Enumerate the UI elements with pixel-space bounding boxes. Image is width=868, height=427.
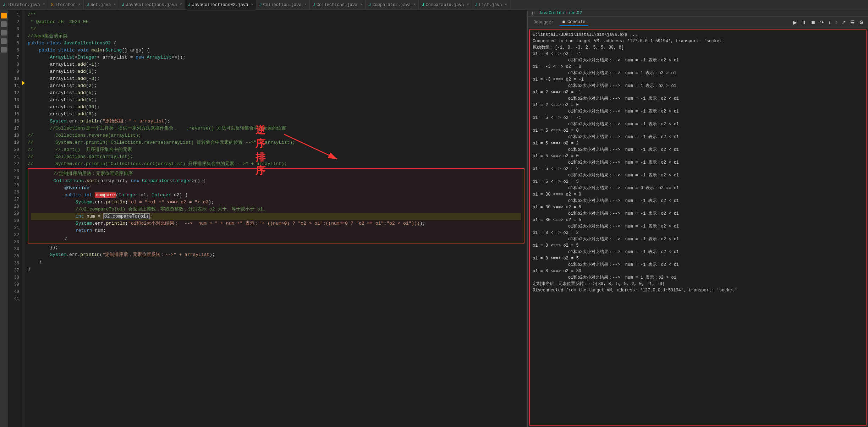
console-pair-1b: o1和o2大小对比结果：--> num = -1 表示：o2 < o1 — [533, 57, 863, 64]
code-line-9: arrayList.add(0); — [28, 68, 524, 75]
code-line-24: // System.err.println("Collections.sort(… — [28, 160, 524, 168]
console-pair-17b: o1和o2大小对比结果：--> num = -1 表示：o2 < o1 — [533, 262, 863, 268]
java-icon-5: J — [259, 2, 262, 7]
tab-close-1[interactable]: × — [78, 3, 81, 7]
console-pair-3b: o1和o2大小对比结果：--> num = 1 表示：o2 > o1 — [533, 83, 863, 89]
code-line-14: arrayList.add(30); — [28, 104, 524, 111]
java-icon-2: J — [87, 2, 89, 7]
debug-arrow[interactable] — [22, 81, 25, 85]
console-pair-15b: o1和o2大小对比结果：--> num = -1 表示：o2 < o1 — [533, 236, 863, 242]
tab-list[interactable]: J List.java × — [472, 0, 510, 10]
code-line-12: arrayList.add(5); — [28, 89, 524, 97]
code-line-20: // System.err.println("Collections.rever… — [28, 139, 524, 146]
dbg-run-btn[interactable]: ▶ — [792, 19, 798, 26]
tab-close-5[interactable]: × — [304, 3, 307, 7]
console-pair-14a: o1 = 30 <==> o2 = 5 — [533, 217, 863, 223]
tab-collection[interactable]: J Collection.java × — [256, 0, 309, 10]
code-line-15: arrayList.add(8); — [28, 111, 524, 118]
code-line-5: public class JavaCollections02 { — [28, 40, 524, 47]
code-line-4: //Java集合演示类 — [28, 33, 524, 40]
tab-close-3[interactable]: × — [180, 3, 182, 7]
console-pair-6b: o1和o2大小对比结果：--> num = -1 表示：o2 < o1 — [533, 121, 863, 127]
console-pair-10b: o1和o2大小对比结果：--> num = -1 表示：o2 < o1 — [533, 172, 863, 179]
tab-comparable[interactable]: J Comparable.java × — [419, 0, 472, 10]
java-icon-3: J — [122, 2, 125, 7]
tab-javacollections02[interactable]: J JavaCollections02.java × — [185, 0, 257, 10]
console-pair-8a: o1 = 5 <==> o2 = 2 — [533, 140, 863, 147]
code-line-13: arrayList.add(5); — [28, 97, 524, 104]
debugger-tab-console[interactable]: ■ Console — [560, 19, 588, 26]
dbg-step-over-btn[interactable]: ↷ — [818, 19, 825, 26]
tab-close-4[interactable]: × — [251, 3, 253, 7]
console-line-disconnected: Disconnected from the target VM, address… — [533, 287, 863, 294]
sidebar-icon-4[interactable] — [1, 38, 7, 44]
debugger-tab-debugger[interactable]: Debugger — [531, 19, 557, 26]
console-pair-1a: o1 = 0 <==> o2 = -1 — [533, 51, 863, 57]
console-pair-15a: o1 = 8 <==> o2 = 2 — [533, 230, 863, 236]
code-line-40: } — [28, 258, 524, 265]
code-line-37: } — [31, 234, 521, 241]
console-pair-11a: o1 = 5 <==> o2 = 5 — [533, 179, 863, 185]
tab-collections[interactable]: J Collections.java × — [310, 0, 366, 10]
dbg-pause-btn[interactable]: ⏸ — [800, 19, 808, 26]
debugger-actions: ▶ ⏸ ⏹ ↷ ↓ ↑ ↗ ☰ ⚙ — [792, 19, 865, 26]
code-line-39: System.err.println("定制排序后，元素位置反转：-->" + … — [28, 251, 524, 258]
tab-javacollections[interactable]: J JavaCollections.java × — [119, 0, 185, 10]
tab-iterator[interactable]: S Iterator × — [48, 0, 84, 10]
tab-close-9[interactable]: × — [505, 3, 507, 7]
debugger-g-panel: g: JavaCollections02 — [528, 10, 868, 17]
console-pair-13b: o1和o2大小对比结果：--> num = -1 表示：o2 < o1 — [533, 210, 863, 217]
tab-close-8[interactable]: × — [467, 3, 469, 7]
console-line-connected: Connected to the target VM, address: '12… — [533, 38, 863, 44]
java-icon-9: J — [475, 2, 478, 7]
console-pair-2a: o1 = -3 <==> o2 = 0 — [533, 64, 863, 70]
sidebar-debug-icon[interactable] — [1, 13, 7, 18]
sidebar-icon-2[interactable] — [1, 21, 7, 27]
console-pair-12b: o1和o2大小对比结果：--> num = -1 表示：o2 < o1 — [533, 198, 863, 204]
console-pair-4b: o1和o2大小对比结果：--> num = -1 表示：o2 < o1 — [533, 95, 863, 102]
code-line-23: // Collections.sort(arrayList); — [28, 153, 524, 160]
dbg-menu-btn[interactable]: ☰ — [849, 19, 856, 26]
console-pair-2b: o1和o2大小对比结果：--> num = 1 表示：o2 > o1 — [533, 70, 863, 76]
code-line-17: System.err.println("原始数组：" + arrayList); — [28, 118, 524, 125]
console-pair-18a: o1 = 8 <==> o2 = 30 — [533, 268, 863, 274]
code-line-28: @Override — [31, 185, 521, 192]
console-pair-5b: o1和o2大小对比结果：--> num = -1 表示：o2 < o1 — [533, 108, 863, 115]
java-icon: J — [3, 2, 5, 7]
sidebar-icon-5[interactable] — [1, 47, 7, 53]
console-line-exec: E:\install\JDK11\install\bin\java.exe ..… — [533, 32, 863, 38]
dbg-step-out-btn[interactable]: ↑ — [834, 19, 839, 26]
console-pair-8b: o1和o2大小对比结果：--> num = -1 表示：o2 < o1 — [533, 147, 863, 153]
tab-set-java[interactable]: J Set.java × — [84, 0, 119, 10]
code-line-1: /** — [28, 11, 524, 18]
code-line-30: System.err.println("o1 = "+o1 +" <==> o2… — [31, 199, 521, 206]
debug-gutter — [22, 10, 25, 427]
tab-close-7[interactable]: × — [413, 3, 416, 7]
dbg-settings-btn[interactable]: ⚙ — [858, 19, 865, 26]
editor-content: 12345 678910 1112131415 1617181920 21222… — [8, 10, 527, 427]
code-editor: 12345 678910 1112131415 1617181920 21222… — [8, 10, 527, 427]
console-pair-16b: o1和o2大小对比结果：--> num = -1 表示：o2 < o1 — [533, 249, 863, 255]
tab-close-6[interactable]: × — [360, 3, 362, 7]
code-line-27: Collections.sort(arrayList, new Comparat… — [31, 177, 521, 185]
tab-close-0[interactable]: × — [43, 3, 45, 7]
code-line-38: }); — [28, 244, 524, 251]
code-line-18: //Collections是一个工具类，提供一系列方法来操作集合， .rever… — [28, 125, 524, 132]
java-icon-4: J — [188, 2, 191, 7]
code-line-34: System.err.println("o1和o2大小对比结果： --> num… — [31, 220, 521, 227]
debugger-header: Debugger ■ Console ▶ ⏸ ⏹ ↷ ↓ ↑ ↗ ☰ ⚙ — [528, 17, 868, 28]
console-content[interactable]: E:\install\JDK11\install\bin\java.exe ..… — [529, 29, 867, 426]
tab-comparator[interactable]: J Comparator.java × — [366, 0, 419, 10]
code-line-3: */ — [28, 26, 524, 33]
dbg-stop-btn[interactable]: ⏹ — [809, 19, 817, 26]
code-area[interactable]: /** * @author JH 2024-06 */ //Java集合演示类 … — [25, 10, 527, 427]
java-icon-7: J — [368, 2, 371, 7]
console-pair-18b: o1和o2大小对比结果：--> num = 1 表示：o2 > o1 — [533, 274, 863, 281]
tab-iterator-java[interactable]: J Iterator.java × — [0, 0, 48, 10]
dbg-run-cursor-btn[interactable]: ↗ — [840, 19, 847, 26]
console-pair-12a: o1 = 30 <==> o2 = 0 — [533, 191, 863, 198]
code-line-2: * @author JH 2024-06 — [28, 18, 524, 26]
sidebar-icon-3[interactable] — [1, 30, 7, 35]
dbg-step-into-btn[interactable]: ↓ — [827, 19, 832, 26]
tab-close-2[interactable]: × — [114, 3, 116, 7]
